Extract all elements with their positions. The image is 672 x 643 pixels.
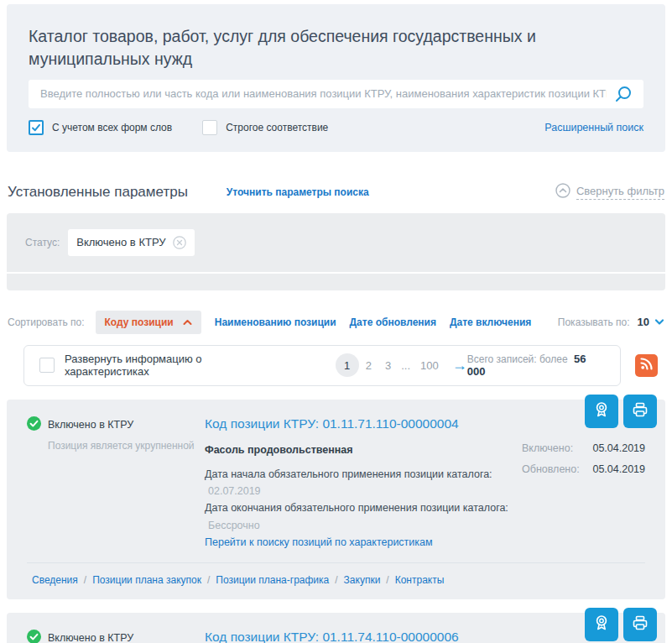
card-actions: [580, 395, 657, 428]
card-actions: [580, 608, 657, 641]
params-title: Установленные параметры: [8, 184, 188, 201]
card-main: Включено в КТРУ Позиция является укрупне…: [27, 630, 645, 643]
green-check-icon: [27, 630, 41, 643]
updated-date-row: Обновлено: 05.04.2019: [522, 459, 645, 480]
sort-option-active-label: Коду позиции: [105, 316, 174, 328]
per-page-control: Показывать по: 10: [558, 316, 664, 328]
separator: /: [207, 574, 210, 586]
position-code-link[interactable]: Код позиции КТРУ: 01.11.71.110-00000004: [205, 416, 459, 431]
printer-icon: [631, 614, 649, 635]
footer-link-details[interactable]: Сведения: [32, 574, 78, 586]
updated-value: 05.04.2019: [592, 459, 645, 480]
certificate-button[interactable]: [585, 395, 618, 428]
caret-up-icon: [174, 316, 192, 328]
search-options-row: С учетом всех форм слов Строгое соответс…: [29, 120, 643, 135]
green-check-icon: [27, 416, 41, 434]
sort-option-active[interactable]: Коду позиции: [96, 311, 201, 334]
checkbox-strict-match[interactable]: Строгое соответствие: [202, 120, 328, 135]
application-end-label: Дата окончания обязательного применения …: [205, 502, 508, 514]
included-date-row: Включено: 05.04.2019: [522, 438, 645, 459]
result-card: Включено в КТРУ Позиция является укрупне…: [7, 613, 665, 643]
award-rosette-icon: [592, 400, 611, 421]
collapse-filter-button[interactable]: Свернуть фильтр: [555, 183, 664, 201]
filter-panel: Статус: Включено в КТРУ: [7, 213, 665, 272]
printer-icon: [631, 400, 649, 421]
search-panel: Каталог товаров, работ, услуг для обеспе…: [7, 4, 665, 152]
application-end-value: Бессрочно: [208, 520, 260, 531]
status-badge: Включено в КТРУ: [48, 419, 133, 431]
filter-panel-footer: [7, 274, 665, 290]
page-button-100[interactable]: 100: [414, 359, 445, 372]
footer-link-contracts[interactable]: Контракты: [395, 574, 445, 586]
certificate-button[interactable]: [585, 608, 618, 641]
card-info-column: Код позиции КТРУ: 01.11.74.110-00000006 …: [205, 630, 522, 643]
card-status-column: Включено в КТРУ Позиция является укрупне…: [27, 630, 205, 643]
per-page-label: Показывать по:: [558, 316, 630, 328]
result-card: Включено в КТРУ Позиция является укрупне…: [7, 400, 665, 599]
page-title: Каталог товаров, работ, услуг для обеспе…: [29, 25, 643, 71]
application-start-value: 02.07.2019: [208, 485, 261, 497]
list-control-row: Развернуть информацию о характеристиках …: [23, 345, 665, 386]
sort-option-name[interactable]: Наименованию позиции: [215, 316, 336, 328]
card-status-column: Включено в КТРУ Позиция является укрупне…: [27, 416, 205, 549]
search-icon[interactable]: [613, 84, 633, 104]
card-main: Включено в КТРУ Позиция является укрупне…: [27, 416, 645, 549]
page: Каталог товаров, работ, услуг для обеспе…: [0, 0, 672, 643]
status-filter-chip-value: Включено в КТРУ: [76, 236, 165, 248]
refine-search-link[interactable]: Уточнить параметры поиска: [227, 186, 369, 198]
search-input[interactable]: [29, 80, 643, 108]
sort-by-label: Сортировать по:: [8, 316, 85, 328]
sort-option-inclusion-date[interactable]: Дате включения: [450, 316, 531, 328]
params-row: Установленные параметры Уточнить парамет…: [7, 183, 665, 201]
included-value: 05.04.2019: [592, 438, 645, 459]
status-badge: Включено в КТРУ: [48, 632, 133, 643]
remove-filter-icon[interactable]: [173, 236, 186, 249]
card-footer-links: Сведения/Позиции плана закупок/Позиции п…: [27, 562, 645, 591]
footer-link-procurement-plan[interactable]: Позиции плана закупок: [92, 574, 201, 586]
award-rosette-icon: [592, 614, 611, 635]
updated-label: Обновлено:: [522, 459, 580, 480]
status-note: Позиция является укрупненной: [48, 440, 205, 452]
status-filter-label: Статус:: [25, 237, 60, 248]
checkbox-unchecked-icon[interactable]: [39, 358, 55, 373]
rss-icon: [640, 358, 653, 373]
status-row: Включено в КТРУ: [27, 630, 205, 643]
card-dates-column: Включено: 05.04.2019 Обновлено: 05.04.20…: [522, 438, 645, 549]
pagination: 1 2 3 ... 100 →: [336, 353, 467, 377]
application-start-date: Дата начала обязательного применения поз…: [205, 466, 522, 500]
position-name: Фасоль продовольственная: [205, 444, 522, 456]
footer-link-schedule-plan[interactable]: Позиции плана-графика: [216, 574, 329, 586]
rss-button[interactable]: [635, 354, 658, 377]
sort-row: Сортировать по: Коду позиции Наименовани…: [7, 311, 665, 334]
separator: /: [84, 574, 86, 586]
expand-characteristics-checkbox[interactable]: Развернуть информацию о характеристиках: [39, 353, 289, 378]
chevron-up-circle-icon: [555, 183, 570, 201]
sort-option-update-date[interactable]: Дате обновления: [350, 316, 436, 328]
total-records-label: Всего записей: более: [467, 353, 568, 365]
checkbox-strict-match-label: Строгое соответствие: [226, 122, 328, 133]
separator: /: [386, 574, 388, 586]
application-start-label: Дата начала обязательного применения поз…: [205, 468, 492, 480]
print-button[interactable]: [623, 608, 657, 641]
page-button-2[interactable]: 2: [359, 359, 378, 372]
print-button[interactable]: [623, 395, 657, 428]
checkbox-all-word-forms-label: С учетом всех форм слов: [52, 122, 172, 133]
checkbox-all-word-forms[interactable]: С учетом всех форм слов: [29, 120, 172, 135]
characteristics-search-link[interactable]: Перейти к поиску позиций по характеристи…: [205, 536, 433, 548]
page-button-3[interactable]: 3: [378, 359, 398, 372]
checkbox-checked-icon[interactable]: [29, 120, 44, 135]
included-label: Включено:: [522, 438, 573, 459]
expand-characteristics-label: Развернуть информацию о характеристиках: [65, 353, 289, 378]
list-control-bar: Развернуть информацию о характеристиках …: [23, 345, 621, 386]
position-code-link[interactable]: Код позиции КТРУ: 01.11.74.110-00000006: [205, 630, 459, 643]
separator: /: [335, 574, 337, 586]
page-button-1[interactable]: 1: [336, 353, 359, 377]
footer-link-purchases[interactable]: Закупки: [344, 574, 381, 586]
next-page-icon[interactable]: →: [452, 357, 467, 374]
advanced-search-link[interactable]: Расширенный поиск: [544, 122, 643, 133]
search-box: [29, 80, 643, 108]
per-page-select[interactable]: 10: [638, 316, 649, 328]
page-ellipsis: ...: [398, 359, 414, 372]
checkbox-unchecked-icon[interactable]: [202, 120, 217, 135]
caret-down-icon[interactable]: [654, 316, 664, 328]
